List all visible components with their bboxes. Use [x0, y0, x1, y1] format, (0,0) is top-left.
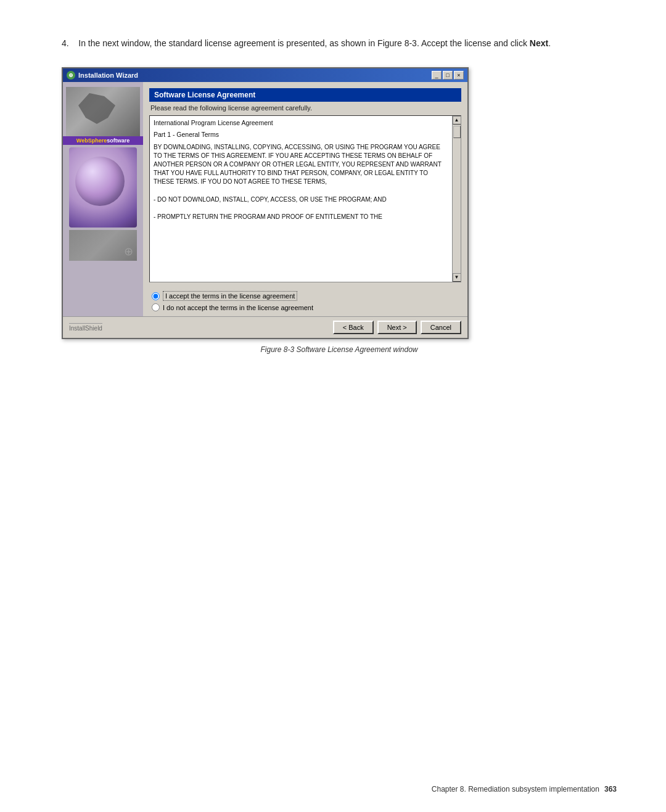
radio-section: I accept the terms in the license agreem… [149, 287, 461, 316]
instruction-paragraph: 4. In the next window, the standard lice… [62, 37, 617, 50]
page-footer-text: Chapter 8. Remediation subsystem impleme… [432, 785, 617, 794]
title-bar-buttons: _ □ × [432, 71, 464, 80]
instruction-text: In the next window, the standard license… [78, 38, 530, 48]
license-bullet2: - PROMPTLY RETURN THE PROGRAM AND PROOF … [154, 213, 447, 221]
radio-decline-input[interactable] [152, 303, 160, 311]
title-bar-left: ⊕ Installation Wizard [67, 71, 138, 80]
radio-accept-option: I accept the terms in the license agreem… [152, 291, 461, 301]
next-button[interactable]: Next > [377, 321, 417, 334]
section-title: Software License Agreement [149, 88, 461, 102]
restore-button[interactable]: □ [443, 71, 453, 80]
radio-accept-input[interactable] [152, 292, 160, 300]
cancel-button[interactable]: Cancel [421, 321, 461, 334]
instruction-suffix: . [548, 38, 551, 48]
window-icon: ⊕ [67, 71, 75, 80]
sidebar-bottom-image [69, 230, 137, 261]
section-subtitle: Please read the following license agreem… [149, 104, 461, 112]
license-body-main: BY DOWNLOADING, INSTALLING, COPYING, ACC… [154, 143, 447, 186]
sidebar-bird-image [66, 87, 140, 136]
radio-decline-option: I do not accept the terms in the license… [152, 303, 461, 311]
figure-caption: Figure 8-3 Software License Agreement wi… [62, 345, 617, 354]
page-footer: Chapter 8. Remediation subsystem impleme… [0, 785, 666, 794]
window-body: WebSphere software Software License Agre… [63, 82, 467, 316]
scroll-thumb[interactable] [453, 126, 461, 138]
page-content: 4. In the next window, the standard lice… [0, 0, 666, 403]
wizard-content-area: Software License Agreement Please read t… [143, 82, 467, 316]
instruction-number: 4. [62, 38, 69, 48]
minimize-button[interactable]: _ [432, 71, 442, 80]
wizard-sidebar: WebSphere software [63, 82, 143, 316]
license-scrollbar[interactable]: ▲ ▼ [452, 116, 461, 282]
license-text-wrapper: International Program License Agreement … [149, 115, 461, 282]
license-text-inner: International Program License Agreement … [154, 118, 457, 221]
scroll-down-arrow[interactable]: ▼ [453, 273, 461, 282]
chapter-text: Chapter 8. Remediation subsystem impleme… [432, 785, 599, 794]
websphere-label-part1: WebSphere [76, 137, 107, 144]
footer-buttons: < Back Next > Cancel [333, 321, 461, 334]
installation-wizard-window: ⊕ Installation Wizard _ □ × WebSphere so… [62, 67, 469, 339]
websphere-label-part2: software [107, 137, 130, 144]
license-bullet1: - DO NOT DOWNLOAD, INSTALL, COPY, ACCESS… [154, 195, 447, 204]
sidebar-globe-image [69, 147, 137, 228]
websphere-label: WebSphere software [63, 136, 143, 145]
license-header: International Program License Agreement [154, 118, 447, 128]
wizard-footer: InstallShield < Back Next > Cancel [63, 316, 467, 338]
page-number: 363 [604, 785, 617, 794]
radio-accept-label: I accept the terms in the license agreem… [163, 291, 297, 301]
close-button[interactable]: × [454, 71, 464, 80]
instruction-bold: Next [530, 38, 548, 48]
radio-decline-label: I do not accept the terms in the license… [163, 304, 313, 311]
scroll-up-arrow[interactable]: ▲ [453, 116, 461, 125]
back-button[interactable]: < Back [333, 321, 374, 334]
title-bar: ⊕ Installation Wizard _ □ × [63, 68, 467, 82]
window-title: Installation Wizard [78, 72, 138, 79]
installshield-label: InstallShield [69, 323, 102, 332]
license-part: Part 1 - General Terms [154, 130, 447, 139]
license-text-area: International Program License Agreement … [149, 115, 461, 282]
